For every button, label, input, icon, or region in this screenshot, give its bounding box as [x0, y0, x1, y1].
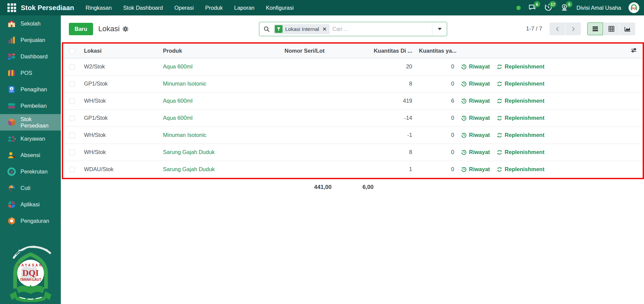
- list-view-button[interactable]: [587, 22, 603, 35]
- pivot-view-button[interactable]: [603, 22, 619, 35]
- sidebar-label: Absensi: [20, 152, 40, 158]
- filter-remove-icon[interactable]: ✕: [323, 26, 327, 32]
- activities-clock-icon[interactable]: 17: [544, 3, 553, 12]
- replenishment-button[interactable]: Replenishment: [497, 115, 544, 121]
- list-view-icon: [592, 25, 599, 33]
- search-filter-tag[interactable]: Lokasi Internal ✕: [273, 24, 330, 34]
- cell-product-link[interactable]: Aqua 600ml: [163, 98, 192, 104]
- pager-prev-button[interactable]: [550, 22, 565, 35]
- sidebar-item-karyawan[interactable]: Karyawan: [0, 131, 61, 147]
- menu-ringkasan[interactable]: Ringkasan: [86, 5, 112, 11]
- sidebar-item-pembelian[interactable]: Pembelian: [0, 98, 61, 114]
- table-row[interactable]: GP1/Stok Aqua 600ml -14 0 Riwayat Replen…: [63, 109, 643, 126]
- cell-qty-on-hand: 8: [362, 144, 416, 161]
- sidebar-label: Aplikasi: [20, 201, 40, 208]
- sidebar-item-penagihan[interactable]: $ Penagihan: [0, 81, 61, 98]
- row-checkbox[interactable]: [69, 133, 75, 138]
- filter-tag-label: Lokasi Internal: [285, 26, 319, 32]
- column-header-location[interactable]: Lokasi: [81, 44, 160, 58]
- history-icon: [461, 115, 467, 121]
- table-row[interactable]: WH/Stok Minuman Isotonic -1 0 Riwayat Re…: [63, 126, 643, 144]
- column-header-qty-reserved[interactable]: Kuantitas ya...: [416, 44, 458, 58]
- sidebar-label: Pengaturan: [20, 218, 49, 224]
- cell-product-link[interactable]: Aqua 600ml: [163, 63, 192, 69]
- gear-icon[interactable]: [122, 26, 129, 32]
- inventory-table: Lokasi Produk Nomor Seri/Lot Kuantitas D…: [63, 44, 643, 178]
- history-button[interactable]: Riwayat: [461, 132, 490, 138]
- column-header-product[interactable]: Produk: [160, 44, 281, 58]
- sidebar-item-penjualan[interactable]: Penjualan: [0, 32, 61, 48]
- cell-product-link[interactable]: Aqua 600ml: [163, 115, 192, 121]
- row-checkbox[interactable]: [69, 115, 75, 121]
- select-all-checkbox[interactable]: [69, 48, 75, 54]
- history-icon: [461, 132, 467, 138]
- menu-operasi[interactable]: Operasi: [174, 5, 194, 11]
- row-checkbox[interactable]: [69, 81, 75, 87]
- search-bar[interactable]: Lokasi Internal ✕: [259, 22, 447, 36]
- row-checkbox[interactable]: [69, 150, 75, 155]
- cell-product-link[interactable]: Sarung Gajah Duduk: [163, 149, 215, 155]
- column-header-qty-on-hand[interactable]: Kuantitas Di ...: [362, 44, 416, 58]
- sidebar-item-stok-persediaan[interactable]: Stok Persediaan: [0, 114, 61, 131]
- replenishment-button[interactable]: Replenishment: [497, 63, 544, 70]
- refresh-icon: [497, 81, 503, 87]
- cell-location: GP1/Stok: [81, 75, 160, 92]
- app-title[interactable]: Stok Persediaan: [21, 4, 74, 12]
- revenue-icon[interactable]: $ 5: [560, 3, 569, 12]
- table-row[interactable]: WH/Stok Sarung Gajah Duduk 8 0 Riwayat R…: [63, 144, 643, 161]
- total-qty-on-hand: 441,00: [280, 184, 334, 191]
- sidebar-item-dashboard[interactable]: Dashboard: [0, 48, 61, 65]
- inventory-table-annotation-frame: Lokasi Produk Nomor Seri/Lot Kuantitas D…: [62, 42, 644, 179]
- sidebar-item-sekolah[interactable]: Sekolah: [0, 15, 61, 32]
- graph-view-button[interactable]: [619, 22, 635, 35]
- cell-product-link[interactable]: Minuman Isotonic: [163, 132, 206, 138]
- sidebar-item-perekrutan[interactable]: Perekrutan: [0, 163, 61, 180]
- cell-product-link[interactable]: Minuman Isotonic: [163, 81, 206, 87]
- cell-product-link[interactable]: Sarung Gajah Duduk: [163, 166, 215, 172]
- history-button[interactable]: Riwayat: [461, 98, 490, 104]
- sidebar-item-absensi[interactable]: Absensi: [0, 147, 61, 163]
- sidebar-item-pos[interactable]: POS: [0, 65, 61, 81]
- apps-menu-icon[interactable]: [7, 3, 16, 12]
- sidebar-item-cuti[interactable]: Cuti: [0, 180, 61, 196]
- history-button[interactable]: Riwayat: [461, 149, 490, 155]
- sidebar-item-aplikasi[interactable]: Aplikasi: [0, 196, 61, 213]
- menu-laporan[interactable]: Laporan: [234, 5, 255, 11]
- row-checkbox[interactable]: [69, 167, 75, 172]
- menu-konfigurasi[interactable]: Konfigurasi: [266, 5, 294, 11]
- history-button[interactable]: Riwayat: [461, 81, 490, 87]
- history-button[interactable]: Riwayat: [461, 166, 490, 172]
- replenishment-button[interactable]: Replenishment: [497, 98, 544, 104]
- sales-chart-icon: [7, 36, 16, 45]
- messages-icon[interactable]: 6: [528, 3, 537, 12]
- refresh-icon: [497, 149, 503, 155]
- row-checkbox[interactable]: [69, 64, 75, 70]
- online-status-dot: [516, 6, 521, 10]
- user-name[interactable]: Divisi Amal Usaha: [576, 5, 621, 11]
- time-off-umbrella-icon: [7, 184, 16, 193]
- replenishment-button[interactable]: Replenishment: [497, 132, 544, 138]
- replenishment-button[interactable]: Replenishment: [497, 81, 544, 87]
- column-header-serial[interactable]: Nomor Seri/Lot: [281, 44, 362, 58]
- table-row[interactable]: WH/Stok Aqua 600ml 419 6 Riwayat Repleni…: [63, 92, 643, 109]
- history-button[interactable]: Riwayat: [461, 63, 490, 70]
- row-checkbox[interactable]: [69, 98, 75, 104]
- menu-produk[interactable]: Produk: [205, 5, 223, 11]
- pager-next-button[interactable]: [565, 22, 581, 35]
- replenishment-button[interactable]: Replenishment: [497, 166, 544, 172]
- menu-stok-dashboard[interactable]: Stok Dashboard: [123, 5, 163, 11]
- user-avatar[interactable]: DQI: [629, 2, 639, 13]
- cell-location: W2/Stok: [81, 58, 160, 75]
- history-button[interactable]: Riwayat: [461, 115, 490, 121]
- search-input[interactable]: [330, 26, 432, 32]
- search-icon: [263, 26, 270, 33]
- table-row[interactable]: W2/Stok Aqua 600ml 20 0 Riwayat Replenis…: [63, 58, 643, 75]
- table-row[interactable]: WDAU/Stok Sarung Gajah Duduk 1 0 Riwayat…: [63, 161, 643, 178]
- column-options-icon[interactable]: [630, 47, 637, 54]
- sidebar-label: Karyawan: [20, 136, 45, 142]
- table-row[interactable]: GP1/Stok Minuman Isotonic 8 0 Riwayat Re…: [63, 75, 643, 92]
- search-dropdown-toggle[interactable]: [432, 22, 447, 36]
- sidebar-item-pengaturan[interactable]: Pengaturan: [0, 213, 61, 229]
- replenishment-button[interactable]: Replenishment: [497, 149, 544, 155]
- new-record-button[interactable]: Baru: [69, 23, 93, 35]
